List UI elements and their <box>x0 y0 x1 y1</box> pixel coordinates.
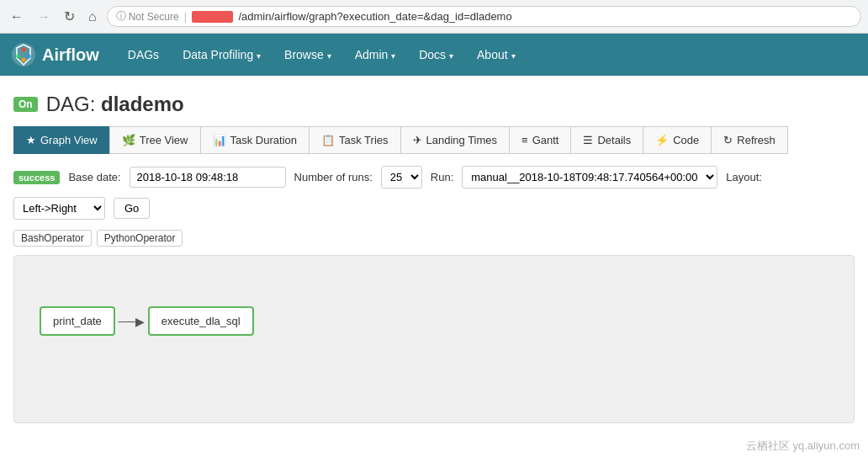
controls-row: success Base date: Number of runs: 25 Ru… <box>13 166 855 220</box>
dag-name: dlademo <box>101 93 184 115</box>
tab-code[interactable]: ⚡ Code <box>643 126 712 154</box>
home-button[interactable]: ⌂ <box>85 8 100 26</box>
nav-link-about[interactable]: About ▾ <box>465 36 527 73</box>
chevron-down-icon: ▾ <box>327 51 331 61</box>
tab-graph-view[interactable]: ★ Graph View <box>13 126 110 154</box>
page-title: DAG: dlademo <box>46 93 184 116</box>
tab-details[interactable]: ☰ Details <box>570 126 643 154</box>
not-secure-label: Not Secure <box>129 11 179 23</box>
edge-arrow: ──▶ <box>115 315 148 328</box>
svg-point-5 <box>22 58 26 62</box>
base-date-label: Base date: <box>68 171 120 183</box>
star-icon: ★ <box>26 134 36 146</box>
not-secure-indicator: ⓘ Not Secure <box>116 9 179 24</box>
layout-select[interactable]: Left->Right Top->Bottom <box>13 197 105 220</box>
logo[interactable]: Airflow <box>10 41 99 68</box>
chevron-down-icon: ▾ <box>391 51 395 61</box>
layout-label: Layout: <box>726 171 762 183</box>
tab-landing-times-label: Landing Times <box>426 134 498 146</box>
url-path: /admin/airflow/graph?execution_date=&dag… <box>238 10 511 23</box>
back-button[interactable]: ← <box>7 8 27 26</box>
run-label: Run: <box>431 171 453 183</box>
python-operator-badge: PythonOperator <box>97 230 183 247</box>
tab-task-duration-label: Task Duration <box>230 134 297 146</box>
graph-area[interactable]: print_date ──▶ execute_dla_sql <box>13 255 855 423</box>
dag-prefix: DAG: <box>46 93 96 115</box>
refresh-browser-button[interactable]: ↻ <box>61 7 78 26</box>
nav-item-data-profiling[interactable]: Data Profiling ▾ <box>171 36 273 73</box>
svg-point-0 <box>12 43 35 66</box>
navbar: Airflow DAGs Data Profiling ▾ Browse ▾ A… <box>0 34 868 76</box>
url-redacted <box>192 11 233 23</box>
refresh-icon: ↻ <box>723 134 733 146</box>
num-runs-select[interactable]: 25 <box>381 166 422 189</box>
run-select[interactable]: manual__2018-10-18T09:48:17.740564+00:00 <box>462 166 717 189</box>
airflow-logo-icon <box>10 41 37 68</box>
tab-task-tries-label: Task Tries <box>339 134 389 146</box>
tab-landing-times[interactable]: ✈ Landing Times <box>400 126 511 154</box>
nav-link-docs[interactable]: Docs ▾ <box>407 36 465 73</box>
arrow-icon: ──▶ <box>119 315 145 328</box>
node-print-date[interactable]: print_date <box>40 306 115 336</box>
nav-item-docs[interactable]: Docs ▾ <box>407 36 465 73</box>
chevron-down-icon: ▾ <box>449 51 453 61</box>
bash-operator-badge: BashOperator <box>13 230 92 247</box>
num-runs-label: Number of runs: <box>294 171 373 183</box>
node-print-date-label: print_date <box>53 315 102 327</box>
node-execute-dla-sql-label: execute_dla_sql <box>161 315 241 327</box>
list-icon: 📋 <box>321 134 335 146</box>
svg-point-2 <box>22 48 26 52</box>
nav-link-browse[interactable]: Browse ▾ <box>273 36 343 73</box>
nav-item-browse[interactable]: Browse ▾ <box>273 36 343 73</box>
tab-code-label: Code <box>673 134 699 146</box>
tab-details-label: Details <box>597 134 631 146</box>
page-content: On DAG: dlademo ★ Graph View 🌿 Tree View… <box>0 76 868 432</box>
svg-point-3 <box>17 55 21 59</box>
plane-icon: ✈ <box>413 134 422 146</box>
nav-item-admin[interactable]: Admin ▾ <box>343 36 408 73</box>
tab-bar: ★ Graph View 🌿 Tree View 📊 Task Duration… <box>13 126 855 154</box>
details-icon: ☰ <box>583 134 593 146</box>
lightning-icon: ⚡ <box>655 134 669 146</box>
nav-item-dags[interactable]: DAGs <box>116 36 171 73</box>
tab-tree-view[interactable]: 🌿 Tree View <box>109 126 201 154</box>
info-icon: ⓘ <box>116 9 126 24</box>
browser-bar: ← → ↻ ⌂ ⓘ Not Secure | /admin/airflow/gr… <box>0 0 868 34</box>
success-badge: success <box>13 171 60 184</box>
tab-tree-view-label: Tree View <box>140 134 188 146</box>
tree-icon: 🌿 <box>122 134 135 146</box>
forward-button[interactable]: → <box>34 8 54 26</box>
address-bar[interactable]: ⓘ Not Secure | /admin/airflow/graph?exec… <box>107 6 861 27</box>
nav-link-data-profiling[interactable]: Data Profiling ▾ <box>171 36 273 73</box>
base-date-input[interactable] <box>130 167 286 188</box>
tab-task-tries[interactable]: 📋 Task Tries <box>309 126 401 154</box>
logo-text: Airflow <box>42 45 99 65</box>
nav-menu: DAGs Data Profiling ▾ Browse ▾ Admin ▾ D… <box>116 36 527 73</box>
gantt-icon: ≡ <box>521 134 528 146</box>
tab-gantt-label: Gantt <box>532 134 559 146</box>
go-button[interactable]: Go <box>114 198 150 219</box>
tab-refresh-label: Refresh <box>737 134 775 146</box>
nav-link-dags[interactable]: DAGs <box>116 36 171 73</box>
tab-refresh[interactable]: ↻ Refresh <box>711 126 788 154</box>
address-divider: | <box>184 10 187 23</box>
on-badge: On <box>13 97 38 112</box>
tab-gantt[interactable]: ≡ Gantt <box>509 126 571 154</box>
nav-item-about[interactable]: About ▾ <box>465 36 527 73</box>
tab-graph-view-label: Graph View <box>40 134 98 146</box>
chevron-down-icon: ▾ <box>257 51 261 61</box>
tab-task-duration[interactable]: 📊 Task Duration <box>200 126 310 154</box>
chart-icon: 📊 <box>213 134 226 146</box>
dag-title-row: On DAG: dlademo <box>13 93 855 116</box>
chevron-down-icon: ▾ <box>511 51 516 61</box>
graph-nodes: print_date ──▶ execute_dla_sql <box>40 306 828 336</box>
operator-badges: BashOperator PythonOperator <box>13 230 855 247</box>
nav-link-admin[interactable]: Admin ▾ <box>343 36 408 73</box>
node-execute-dla-sql[interactable]: execute_dla_sql <box>148 306 254 336</box>
svg-point-4 <box>27 55 31 59</box>
